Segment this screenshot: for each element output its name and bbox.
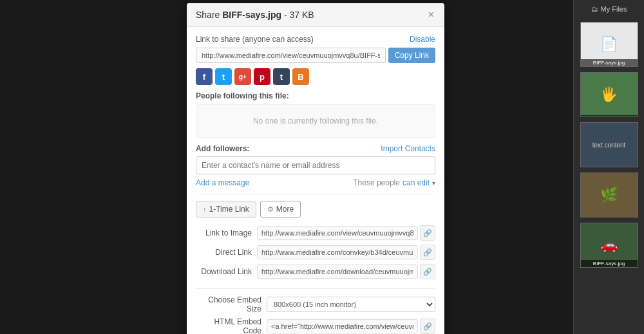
copy-link-button[interactable]: Copy Link bbox=[388, 48, 435, 63]
import-contacts-link[interactable]: Import Contacts bbox=[381, 144, 435, 153]
facebook-icon[interactable]: f bbox=[196, 68, 213, 85]
add-followers-label: Add followers: bbox=[196, 144, 249, 153]
dash-separator: - bbox=[281, 10, 289, 20]
followers-input[interactable] bbox=[196, 156, 435, 174]
download-link-input[interactable] bbox=[257, 264, 418, 279]
html-embed-row: HTML Embed Code 🔗 bbox=[196, 317, 435, 334]
disable-link[interactable]: Disable bbox=[410, 35, 435, 44]
thumb-label-5: BIFF-says.jpg bbox=[581, 260, 638, 267]
tumblr-icon[interactable]: t bbox=[273, 68, 290, 85]
thumb-label-1: BIFF-says.jpg bbox=[581, 59, 638, 66]
sidebar-thumb-5[interactable]: 🚗 BIFF-says.jpg bbox=[580, 223, 638, 268]
gear-icon: ⚙ bbox=[267, 205, 274, 214]
download-link-label: Download Link bbox=[196, 267, 257, 276]
sidebar-thumb-1[interactable]: 📄 BIFF-says.jpg bbox=[580, 22, 638, 67]
url-row: Copy Link bbox=[196, 48, 435, 63]
add-followers-row: Add followers: Import Contacts bbox=[196, 144, 435, 153]
right-sidebar: 🗂 My Files 📄 BIFF-says.jpg 🖐 text conten… bbox=[573, 0, 644, 334]
close-button[interactable]: × bbox=[427, 10, 435, 20]
html-embed-copy-button[interactable]: 🔗 bbox=[420, 319, 435, 334]
thumb-label-2 bbox=[581, 115, 638, 116]
folder-icon: 🗂 bbox=[591, 5, 598, 13]
modal-header: Share BIFF-says.jpg - 37 KB × bbox=[187, 3, 444, 27]
link-to-image-label: Link to Image bbox=[196, 228, 257, 237]
google-plus-icon[interactable]: g+ bbox=[234, 68, 251, 85]
link-to-image-row: Link to Image 🔗 bbox=[196, 225, 435, 241]
social-icons-row: f t g+ p t B bbox=[196, 68, 435, 85]
link-share-label: Link to share (anyone can access) bbox=[196, 35, 314, 44]
add-message-link[interactable]: Add a message bbox=[196, 178, 249, 187]
one-time-link-tab[interactable]: ↑ 1-Time Link bbox=[196, 201, 256, 218]
thumb-image-4: 🌿 bbox=[581, 173, 638, 217]
download-link-copy-button[interactable]: 🔗 bbox=[420, 264, 435, 279]
my-files-label: My Files bbox=[601, 5, 627, 13]
share-text: Share bbox=[196, 10, 222, 20]
pinterest-icon[interactable]: p bbox=[254, 68, 270, 85]
link-fields-section: Link to Image 🔗 Direct Link 🔗 Download L… bbox=[196, 225, 435, 279]
followers-empty-message: No one is currently following this file. bbox=[196, 104, 435, 138]
twitter-icon[interactable]: t bbox=[215, 68, 232, 85]
direct-link-row: Direct Link 🔗 bbox=[196, 245, 435, 260]
modal-body: Link to share (anyone can access) Disabl… bbox=[187, 27, 444, 334]
filesize: 37 KB bbox=[290, 10, 314, 20]
more-tab[interactable]: ⚙ More bbox=[260, 201, 301, 218]
embed-size-select[interactable]: 800x600 (15 inch monitor) bbox=[267, 297, 435, 312]
filename: BIFF-says.jpg bbox=[222, 10, 281, 20]
one-time-link-label: 1-Time Link bbox=[209, 205, 249, 214]
modal-title: Share BIFF-says.jpg - 37 KB bbox=[196, 10, 314, 20]
direct-link-input[interactable] bbox=[257, 245, 418, 259]
html-embed-label: HTML Embed Code bbox=[196, 317, 267, 334]
link-share-row: Link to share (anyone can access) Disabl… bbox=[196, 35, 435, 44]
chevron-down-icon: ▾ bbox=[432, 180, 435, 187]
share-modal: Share BIFF-says.jpg - 37 KB × Link to sh… bbox=[187, 3, 444, 334]
link-to-image-input[interactable] bbox=[257, 226, 418, 240]
link-to-image-copy-button[interactable]: 🔗 bbox=[420, 225, 435, 241]
share-url-input[interactable] bbox=[196, 48, 386, 63]
download-link-row: Download Link 🔗 bbox=[196, 264, 435, 279]
upload-icon: ↑ bbox=[203, 205, 207, 213]
embed-size-row: Choose Embed Size 800x600 (15 inch monit… bbox=[196, 295, 435, 313]
can-edit-link[interactable]: can edit bbox=[402, 178, 430, 187]
tabs-row: ↑ 1-Time Link ⚙ More bbox=[196, 194, 435, 218]
sidebar-thumb-4[interactable]: 🌿 bbox=[580, 172, 638, 218]
these-people-row: These people can edit ▾ bbox=[353, 178, 435, 187]
thumb-image-3: text content bbox=[581, 123, 638, 167]
direct-link-label: Direct Link bbox=[196, 248, 257, 257]
direct-link-copy-button[interactable]: 🔗 bbox=[420, 245, 435, 260]
sidebar-header: 🗂 My Files bbox=[576, 5, 641, 13]
these-people-label: These people bbox=[353, 178, 400, 187]
add-message-row: Add a message These people can edit ▾ bbox=[196, 178, 435, 187]
embed-size-label: Choose Embed Size bbox=[196, 295, 267, 313]
html-embed-input[interactable] bbox=[267, 319, 418, 333]
blogger-icon[interactable]: B bbox=[292, 68, 309, 85]
thumb-image-2: 🖐 bbox=[581, 73, 638, 116]
more-label: More bbox=[276, 205, 294, 214]
embed-section: Choose Embed Size 800x600 (15 inch monit… bbox=[196, 288, 435, 334]
sidebar-thumb-3[interactable]: text content bbox=[580, 122, 638, 167]
sidebar-thumb-2[interactable]: 🖐 bbox=[580, 72, 638, 117]
followers-section-label: People following this file: bbox=[196, 91, 435, 100]
